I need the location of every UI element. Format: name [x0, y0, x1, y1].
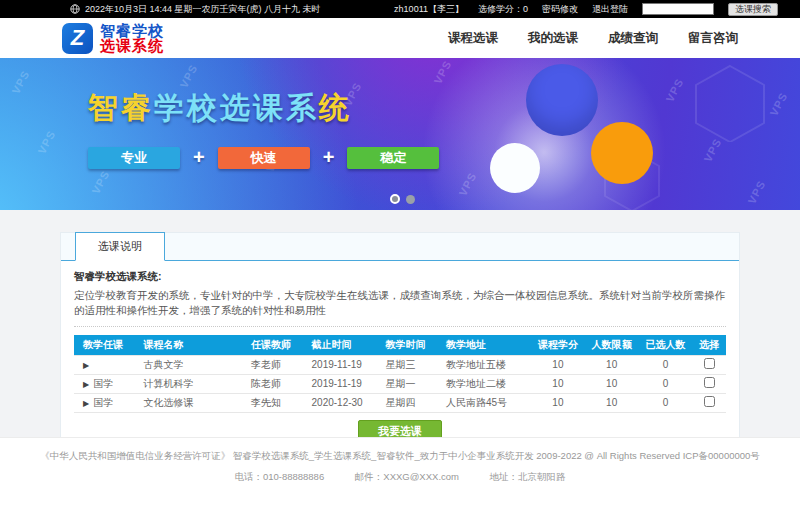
cell-day: 星期四: [376, 393, 436, 412]
decorative-circle-blue: [526, 64, 598, 136]
dotted-divider: [74, 326, 726, 327]
plus-sign: +: [193, 146, 205, 169]
cell-deadline: 2019-11-19: [303, 355, 377, 374]
hero-title-part2: 学校选课系: [154, 91, 319, 124]
vps-watermark: VPS: [767, 90, 789, 118]
row-select-checkbox[interactable]: [704, 377, 715, 388]
cell-deadline: 2020-12-30: [303, 393, 377, 412]
row-select-checkbox[interactable]: [704, 396, 715, 407]
cell-course-name: 文化选修课: [134, 393, 242, 412]
cell-address: 教学地址五楼: [437, 355, 531, 374]
carousel-dots: [390, 194, 415, 204]
footer-line2: 电话：010-88888886 邮件：XXXG@XXX.com 地址：北京朝阳路: [0, 471, 800, 484]
cell-address: 教学地址二楼: [437, 374, 531, 393]
col-header-address: 教学地址: [437, 335, 531, 355]
page: 2022年10月3日 14:44 星期一农历壬寅年(虎) 八月十九 未时 zh1…: [0, 0, 800, 510]
footer-phone: 电话：010-88888886: [234, 471, 324, 482]
plus-sign: +: [323, 146, 335, 169]
site-header: Z 智睿学校 选课系统 课程选课 我的选课 成绩查询 留言咨询: [0, 18, 800, 58]
carousel-dot-active[interactable]: [390, 194, 400, 204]
main-nav: 课程选课 我的选课 成绩查询 留言咨询: [448, 30, 738, 47]
cell-selected-count: 0: [639, 374, 693, 393]
footer-address: 地址：北京朝阳路: [490, 471, 566, 482]
badge-professional: 专业: [88, 147, 180, 169]
cell-credit: 10: [531, 374, 585, 393]
table-row: ▶国学 文化选修课 李先知 2020-12-30 星期四 人民南路45号 10 …: [74, 393, 726, 412]
col-header-limit: 人数限额: [585, 335, 639, 355]
vps-watermark: VPS: [35, 128, 57, 156]
cell-selected-count: 0: [639, 355, 693, 374]
logo[interactable]: Z 智睿学校 选课系统: [62, 23, 164, 54]
hero-content: 智睿学校选课系统 专业 + 快速 + 稳定: [88, 88, 439, 169]
cell-address: 人民南路45号: [437, 393, 531, 412]
intro-heading: 智睿学校选课系统:: [74, 270, 726, 284]
cell-category: 国学: [93, 378, 113, 389]
row-expand-icon[interactable]: ▶: [83, 380, 89, 389]
logo-text: 智睿学校 选课系统: [100, 23, 164, 53]
vps-watermark: VPS: [177, 62, 199, 90]
badge-stable: 稳定: [347, 147, 439, 169]
vps-watermark: VPS: [456, 170, 478, 198]
carousel-dot[interactable]: [406, 195, 415, 204]
table-header-row: 教学任课 课程名称 任课教师 截止时间 教学时间 教学地址 课程学分 人数限额 …: [74, 335, 726, 355]
topbar-datetime-group: 2022年10月3日 14:44 星期一农历壬寅年(虎) 八月十九 未时: [70, 3, 321, 16]
cell-day: 星期三: [376, 355, 436, 374]
col-header-credits: 课程学分: [531, 335, 585, 355]
logo-line1: 智睿学校: [100, 23, 164, 38]
course-table: 教学任课 课程名称 任课教师 截止时间 教学时间 教学地址 课程学分 人数限额 …: [74, 335, 726, 413]
nav-item-course-select[interactable]: 课程选课: [448, 30, 498, 47]
cell-credit: 10: [531, 393, 585, 412]
hexagon-decoration: [690, 62, 770, 142]
vps-watermark: VPS: [663, 76, 685, 104]
row-select-checkbox[interactable]: [704, 358, 715, 369]
nav-item-grades[interactable]: 成绩查询: [608, 30, 658, 47]
cell-teacher: 李老师: [242, 355, 302, 374]
nav-item-messages[interactable]: 留言咨询: [688, 30, 738, 47]
table-row: ▶国学 计算机科学 陈老师 2019-11-19 星期一 教学地址二楼 10 1…: [74, 374, 726, 393]
username-text: zh10011【李三】: [394, 3, 464, 16]
cell-category: 国学: [93, 397, 113, 408]
row-expand-icon[interactable]: ▶: [83, 399, 89, 408]
globe-icon: [70, 4, 80, 14]
tab-strip: 选课说明: [61, 233, 739, 261]
logo-line2: 选课系统: [100, 38, 164, 53]
col-header-teacher: 任课教师: [242, 335, 302, 355]
footer-line1: 《中华人民共和国增值电信业务经营许可证》 智睿学校选课系统_学生选课系统_智睿软…: [0, 450, 800, 463]
hero-title-part1: 智睿: [88, 91, 154, 124]
footer-email: 邮件：XXXG@XXX.com: [355, 471, 459, 482]
cell-teacher: 陈老师: [242, 374, 302, 393]
cell-course-name: 古典文学: [134, 355, 242, 374]
hero-badges: 专业 + 快速 + 稳定: [88, 146, 439, 169]
vps-watermark: VPS: [745, 178, 767, 206]
logout-link[interactable]: 退出登陆: [592, 3, 628, 16]
hero-title-part3: 统: [319, 91, 352, 124]
course-search-button[interactable]: 选课搜索: [728, 3, 778, 16]
site-footer: 《中华人民共和国增值电信业务经营许可证》 智睿学校选课系统_学生选课系统_智睿软…: [0, 437, 800, 510]
cell-limit: 10: [585, 355, 639, 374]
topbar-user-group: zh10011【李三】 选修学分：0 密码修改 退出登陆 选课搜索: [394, 3, 778, 16]
col-header-time: 教学时间: [376, 335, 436, 355]
vps-watermark: VPS: [431, 58, 453, 86]
row-expand-icon[interactable]: ▶: [83, 361, 89, 370]
credits-text: 选修学分：0: [478, 3, 528, 16]
col-header-name: 课程名称: [134, 335, 242, 355]
intro-body: 定位学校教育开发的系统，专业针对的中学，大专院校学生在线选课，成绩查询系统，为综…: [74, 288, 726, 318]
cell-selected-count: 0: [639, 393, 693, 412]
main-section: 选课说明 智睿学校选课系统: 定位学校教育开发的系统，专业针对的中学，大专院校学…: [0, 210, 800, 437]
decorative-circle-orange: [591, 122, 653, 184]
nav-item-my-courses[interactable]: 我的选课: [528, 30, 578, 47]
course-search-input[interactable]: [642, 3, 714, 15]
decorative-circle-white: [490, 143, 540, 193]
cell-course-name: 计算机科学: [134, 374, 242, 393]
vps-watermark: VPS: [89, 168, 111, 196]
vps-watermark: VPS: [9, 68, 31, 96]
change-password-link[interactable]: 密码修改: [542, 3, 578, 16]
cell-deadline: 2019-11-19: [303, 374, 377, 393]
cell-credit: 10: [531, 355, 585, 374]
tab-course-instructions[interactable]: 选课说明: [75, 232, 165, 261]
badge-fast: 快速: [218, 147, 310, 169]
logo-z-icon: Z: [62, 23, 93, 54]
col-header-teaching: 教学任课: [74, 335, 134, 355]
table-row: ▶ 古典文学 李老师 2019-11-19 星期三 教学地址五楼 10 10 0: [74, 355, 726, 374]
col-header-choose: 选择: [692, 335, 726, 355]
